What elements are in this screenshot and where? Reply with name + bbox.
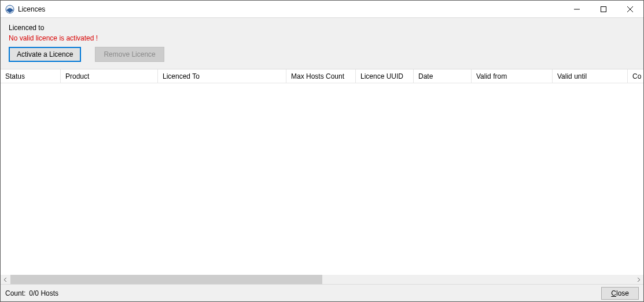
col-product[interactable]: Product [61,69,158,83]
activate-licence-button[interactable]: Activate a Licence [9,47,81,62]
col-licenced-to[interactable]: Licenced To [158,69,286,83]
scroll-right-arrow[interactable] [634,275,643,284]
col-max-hosts[interactable]: Max Hosts Count [286,69,356,83]
window-title: Licences [18,5,45,13]
footer-bar: Count: 0/0 Hosts Close [1,284,643,301]
licence-status-message: No valid licence is activated ! [9,34,635,42]
scroll-thumb[interactable] [10,275,322,284]
close-button[interactable]: Close [601,287,639,300]
svg-rect-2 [601,6,606,12]
titlebar: Licences [1,1,643,18]
licence-table: Status Product Licenced To Max Hosts Cou… [1,69,643,284]
col-co[interactable]: Co [628,69,643,83]
col-status[interactable]: Status [1,69,61,83]
minimize-button[interactable] [564,1,590,18]
close-button-rest: lose [616,289,629,297]
licence-info-panel: Licenced to No valid licence is activate… [1,18,643,69]
licence-actions: Activate a Licence Remove Licence [9,47,635,62]
app-icon [5,5,14,14]
col-licence-uuid[interactable]: Licence UUID [356,69,414,83]
count-label: Count: [5,289,25,297]
col-date[interactable]: Date [414,69,472,83]
count-value: 0/0 Hosts [29,289,58,297]
maximize-button[interactable] [590,1,617,18]
table-body [1,83,643,274]
col-valid-until[interactable]: Valid until [553,69,628,83]
licenced-to-label: Licenced to [9,24,635,32]
licences-window: Licences Licenced to No valid licence is… [0,0,644,302]
remove-licence-button: Remove Licence [95,47,164,62]
scroll-track[interactable] [10,275,634,284]
horizontal-scrollbar[interactable] [1,274,643,284]
close-button-accel: C [611,289,616,297]
close-window-button[interactable] [617,1,643,18]
scroll-left-arrow[interactable] [1,275,10,284]
table-header-row: Status Product Licenced To Max Hosts Cou… [1,69,643,83]
col-valid-from[interactable]: Valid from [472,69,553,83]
